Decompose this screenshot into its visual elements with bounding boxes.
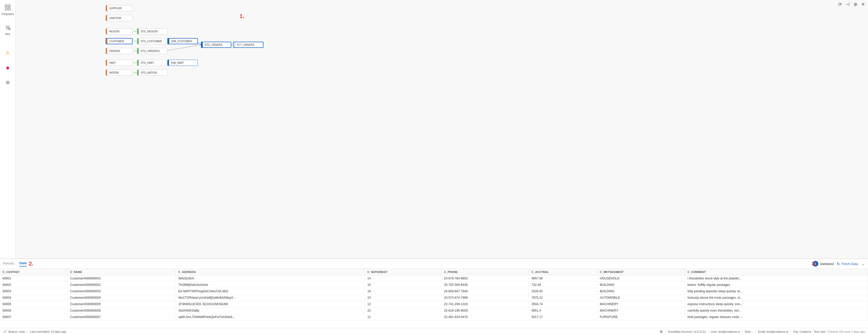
table-cell: 26-859-847-7640: [441, 288, 529, 295]
node-stg-customer[interactable]: STG_CUSTOMER: [137, 38, 167, 44]
table-cell: 10: [365, 295, 441, 301]
table-cell: l theodolites boost slyly at the platele…: [685, 275, 868, 282]
col-comment[interactable]: C_COMMENT: [685, 269, 868, 275]
table-cell: 7975.22: [529, 295, 597, 301]
table-cell: Ed hbPtTXMTAsgGhCr4HuTzK,Md2: [176, 288, 365, 295]
table-cell: beans. fluffily regular packages: [685, 282, 868, 288]
separator-3: |: [708, 330, 709, 333]
table-cell: ThGBMjDwKzkoOxhz: [176, 282, 365, 288]
node-fct-orders[interactable]: FCT_ORDERS: [233, 42, 264, 48]
table-cell: fully pending deposits sleep quickly. bl…: [685, 288, 868, 295]
table-cell: BUILDING: [597, 282, 685, 288]
node-supplier[interactable]: SUPPLIER: [105, 5, 133, 11]
node-stg-part[interactable]: STG_PART: [137, 60, 167, 66]
table-cell: 24-678-784-9652: [441, 275, 529, 282]
separator-6: |: [790, 330, 791, 333]
panel-header: Results Data 2. 3. 1 Validated ↻ Fetch D…: [0, 259, 868, 269]
table-cell: sp6KJmx,TiSWbMPvhkQwFwTuhSi4a5...: [176, 314, 365, 320]
fetched-text: Fetched 100 rows 3 days ago: [828, 330, 865, 333]
table-cell: Customer#000060002: [67, 282, 176, 288]
sidebar-item-warning[interactable]: ⚠: [0, 48, 15, 58]
table-cell: 2504.74: [529, 301, 597, 307]
node-stg-region[interactable]: STG_REGION: [137, 28, 167, 34]
node-dim-customer[interactable]: DIM_CUSTOMER: [167, 38, 198, 44]
col-acctbal[interactable]: C_ACCTBAL: [529, 269, 597, 275]
node-stg-orders1[interactable]: STG_ORDERS1: [137, 48, 167, 54]
table-cell: 742.46: [529, 282, 597, 288]
table-cell: 6017.17: [529, 314, 597, 320]
table-cell: 60001: [0, 275, 67, 282]
node-region[interactable]: REGION: [105, 28, 133, 34]
zoom-in-icon[interactable]: ⊕: [854, 2, 858, 7]
table-row: 60001Customer#0000600019li4zQn9cX1424-67…: [0, 275, 868, 282]
table-row: 60007Customer#000060007sp6KJmx,TiSWbMPvh…: [0, 314, 868, 320]
node-lineitem[interactable]: LINEITEM: [105, 15, 133, 21]
node-orders[interactable]: ORDERS: [105, 48, 133, 54]
svg-rect-1: [8, 5, 10, 7]
table-cell: 25-782-500-8435: [441, 282, 529, 288]
sidebar-item-subgraphs[interactable]: Subgraphs: [0, 3, 15, 18]
zoom-out-icon[interactable]: −⃝: [845, 2, 850, 7]
table-cell: 9li4zQn9cX: [176, 275, 365, 282]
gear-status-icon[interactable]: ⚙: [660, 330, 663, 334]
table-cell: 60003: [0, 288, 67, 295]
annotation-2: 2.: [29, 260, 33, 267]
table-cell: 60007: [0, 314, 67, 320]
table-cell: 60002: [0, 282, 67, 288]
expand-icon[interactable]: ⌄: [861, 261, 865, 267]
table-cell: 2526.92: [529, 288, 597, 295]
node-customer[interactable]: CUSTOMER: [105, 38, 133, 44]
table-row: 60003Customer#000060003Ed hbPtTXMTAsgGhC…: [0, 288, 868, 295]
svg-rect-3: [8, 8, 10, 10]
diamond-icon: ◆: [6, 65, 9, 70]
node-nation[interactable]: NATION: [105, 69, 133, 76]
separator-5: |: [755, 330, 756, 333]
annotation-1: 1.: [240, 13, 244, 20]
refresh-icon[interactable]: ⟳: [838, 2, 842, 7]
table-cell: furiously above the ironic packages. sl.…: [685, 295, 868, 301]
close-icon[interactable]: ✕: [861, 2, 865, 7]
user-info: User: test@coalesce.io: [711, 330, 740, 333]
separator-4: |: [742, 330, 743, 333]
role-info: Role: -: [745, 330, 753, 333]
node-part[interactable]: PART: [105, 60, 133, 66]
table-row: 60006Customer#0000600063IsiXW651fa8p2232…: [0, 307, 868, 314]
tab-data[interactable]: Data: [19, 261, 27, 267]
table-cell: 12: [365, 301, 441, 307]
col-nationkey[interactable]: C_NATIONKEY: [365, 269, 441, 275]
table-cell: 22-741-208-1316: [441, 301, 529, 307]
org-info: Org: Coalesce - Test User: [793, 330, 826, 333]
table-cell: 9051.4: [529, 307, 597, 314]
branch-name: Branch: main: [8, 330, 25, 333]
col-mktsegment[interactable]: C_MKTSEGMENT: [597, 269, 685, 275]
table-cell: MACHINERY: [597, 301, 685, 307]
table-cell: 32-618-195-8029: [441, 307, 529, 314]
node-dim-part[interactable]: DIM_PART: [167, 60, 198, 66]
subgraphs-icon: [5, 5, 10, 11]
svg-rect-2: [5, 8, 7, 10]
table-cell: Customer#000060001: [67, 275, 176, 282]
node-stg-orders[interactable]: STG_ORDERS: [201, 42, 231, 48]
table-cell: 20-573-674-7999: [441, 295, 529, 301]
sidebar-item-jobs[interactable]: Jobs: [0, 23, 15, 38]
col-custkey[interactable]: C_CUSTKEY: [0, 269, 67, 275]
table-cell: 1F3KM3ccEXEtI, B22XmCMOWJMI: [176, 301, 365, 307]
canvas-controls: ⟳ −⃝ ⊕ ✕: [838, 2, 865, 7]
table-cell: NivCT2RVaavl,yUnKwBjDyMvB42WayX...: [176, 295, 365, 301]
col-address[interactable]: C_ADDRESS: [176, 269, 365, 275]
table-row: 60005Customer#0000600051F3KM3ccEXEtI, B2…: [0, 301, 868, 307]
data-table: C_CUSTKEY C_NAME C_ADDRESS C_NATIONKEY C…: [0, 269, 868, 320]
sidebar-item-diamond[interactable]: ◆: [0, 63, 15, 73]
tab-results[interactable]: Results: [3, 261, 14, 266]
snowflake-account: Snowflake Account: 11111111: [668, 330, 706, 333]
separator-1: |: [27, 330, 28, 333]
table-cell: 60005: [0, 301, 67, 307]
table-cell: 15: [365, 282, 441, 288]
table-cell: MACHINERY: [597, 307, 685, 314]
col-phone[interactable]: C_PHONE: [441, 269, 529, 275]
sidebar-item-settings[interactable]: ⚙: [0, 78, 15, 88]
fetch-data-button[interactable]: ↻ Fetch Data: [837, 261, 858, 266]
node-stg-nation[interactable]: STG_NATION: [137, 69, 167, 76]
col-name[interactable]: C_NAME: [67, 269, 176, 275]
jobs-icon: [5, 25, 10, 32]
